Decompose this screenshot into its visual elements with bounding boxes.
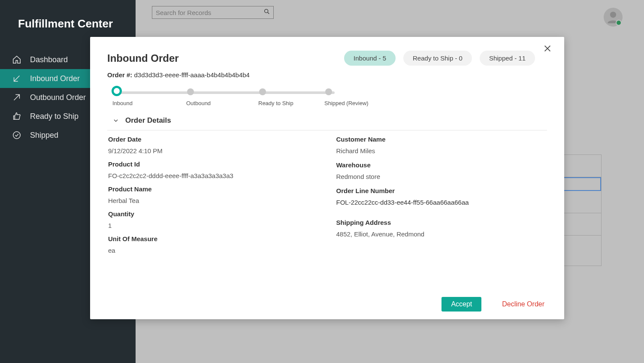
stepper-track — [115, 91, 335, 94]
field-label: Shipping Address — [336, 219, 547, 226]
field-value: Herbal Tea — [108, 197, 319, 204]
order-number-value: d3d3d3d3-eeee-ffff-aaaa-b4b4b4b4b4b4 — [134, 71, 250, 79]
field-value: 1 — [108, 222, 319, 229]
step-dot-icon — [187, 88, 194, 95]
field-value: ea — [108, 247, 319, 254]
field-label: Warehouse — [336, 161, 547, 169]
step-label: Shipped (Review) — [324, 100, 369, 106]
step-label: Inbound — [112, 100, 133, 106]
product-id-value: c2c2c2c2-dddd-eeee-ffff-a3a3a3a3a3a3 — [119, 172, 233, 179]
field-label: Unit Of Measure — [108, 235, 319, 242]
field-value: 9/12/2022 4:10 PM — [108, 147, 319, 154]
order-line-prefix: FOL- — [336, 199, 351, 206]
product-id-prefix: FO- — [108, 172, 119, 179]
field-label: Product Id — [108, 160, 319, 168]
field-order-date: Order Date 9/12/2022 4:10 PM — [108, 136, 319, 154]
inbound-order-modal: Inbound Order Order #: d3d3d3d3-eeee-fff… — [90, 37, 564, 319]
chevron-down-icon — [112, 117, 119, 124]
field-product-id: Product Id FO-c2c2c2c2-dddd-eeee-ffff-a3… — [108, 160, 319, 179]
order-details-title: Order Details — [125, 116, 171, 125]
pill-ready-to-ship[interactable]: Ready to Ship - 0 — [403, 51, 472, 66]
field-value: Richard Miles — [336, 147, 547, 154]
order-details-left: Order Date 9/12/2022 4:10 PM Product Id … — [108, 136, 319, 260]
field-label: Customer Name — [336, 136, 547, 143]
status-pills: Inbound - 5 Ready to Ship - 0 Shipped - … — [344, 51, 535, 66]
step-dot-icon — [259, 88, 266, 95]
field-shipping-address: Shipping Address 4852, Elliot, Avenue, R… — [336, 219, 547, 238]
field-label: Product Name — [108, 185, 319, 193]
order-details: Order Date 9/12/2022 4:10 PM Product Id … — [107, 136, 547, 260]
field-value: 4852, Elliot, Avenue, Redmond — [336, 230, 547, 238]
modal-actions: Accept Decline Order — [441, 297, 544, 312]
field-label: Order Date — [108, 136, 319, 143]
order-number-line: Order #: d3d3d3d3-eeee-ffff-aaaa-b4b4b4b… — [107, 71, 547, 79]
field-label: Quantity — [108, 210, 319, 218]
progress-stepper: Inbound Outbound Ready to Ship Shipped (… — [111, 86, 351, 106]
order-details-right: Customer Name Richard Miles Warehouse Re… — [336, 136, 547, 260]
decline-order-button[interactable]: Decline Order — [502, 300, 544, 308]
field-warehouse: Warehouse Redmond store — [336, 161, 547, 180]
field-value: FOL-22cc22cc-dd33-ee44-ff55-66aa66aa66aa — [336, 199, 547, 206]
step-dot-icon — [325, 88, 332, 95]
field-unit-of-measure: Unit Of Measure ea — [108, 235, 319, 254]
field-value: Redmond store — [336, 173, 547, 180]
accept-button[interactable]: Accept — [441, 297, 481, 312]
field-quantity: Quantity 1 — [108, 210, 319, 229]
order-details-toggle[interactable]: Order Details — [107, 114, 547, 130]
field-order-line-number: Order Line Number FOL-22cc22cc-dd33-ee44… — [336, 187, 547, 206]
step-label: Outbound — [186, 100, 211, 106]
field-label: Order Line Number — [336, 187, 547, 194]
field-product-name: Product Name Herbal Tea — [108, 185, 319, 204]
order-line-value: 22cc22cc-dd33-ee44-ff55-66aa66aa66aa — [351, 199, 469, 206]
step-label: Ready to Ship — [258, 100, 293, 106]
order-number-label: Order #: — [107, 71, 132, 79]
field-value: FO-c2c2c2c2-dddd-eeee-ffff-a3a3a3a3a3a3 — [108, 172, 319, 179]
pill-shipped[interactable]: Shipped - 11 — [480, 51, 535, 66]
pill-inbound[interactable]: Inbound - 5 — [344, 51, 396, 66]
step-dot-icon — [112, 86, 122, 96]
close-button[interactable] — [543, 44, 555, 56]
field-customer-name: Customer Name Richard Miles — [336, 136, 547, 154]
